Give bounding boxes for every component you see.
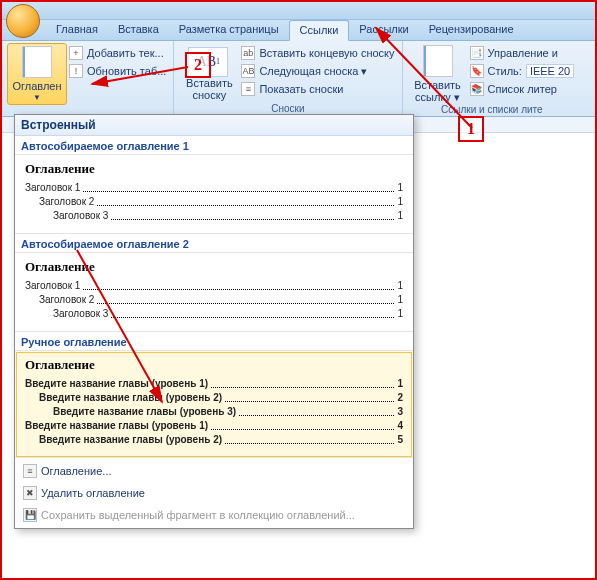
gallery-auto1-item[interactable]: Оглавление Заголовок 11 Заголовок 21 Заг… (15, 155, 413, 234)
gallery-header-builtin: Встроенный (15, 115, 413, 136)
window-titlebar (2, 2, 595, 20)
toc-entry: Заголовок 2 (39, 195, 94, 209)
ribbon: Оглавлен ▼ + Добавить тек... ! Обновить … (2, 41, 595, 117)
toc-entry: Введите название главы (уровень 1) (25, 419, 208, 433)
add-text-label: Добавить тек... (87, 47, 164, 59)
show-notes-icon: ≡ (241, 82, 255, 96)
toc-entry: Заголовок 1 (25, 279, 80, 293)
group-citations: Вставить ссылку ▾ 📑 Управление и 🔖 Стиль… (403, 41, 582, 116)
toc-entry: Введите название главы (уровень 2) (39, 391, 222, 405)
insert-footnote-label: Вставить сноску (186, 77, 233, 101)
office-button[interactable] (6, 4, 40, 38)
save-selection-icon: 💾 (23, 508, 37, 522)
gallery-manual-title: Ручное оглавление (15, 332, 413, 351)
toc-dialog-icon: ≡ (23, 464, 37, 478)
style-label: Стиль: (488, 65, 522, 77)
toc-entry: Введите название главы (уровень 1) (25, 377, 208, 391)
toc-entry: Заголовок 2 (39, 293, 94, 307)
remove-toc-label: Удалить оглавление (41, 487, 145, 499)
chevron-down-icon: ▼ (33, 92, 41, 104)
remove-icon: ✖ (23, 486, 37, 500)
gallery-manual-item[interactable]: Оглавление Введите название главы (урове… (15, 351, 413, 458)
preview-title: Оглавление (25, 357, 403, 373)
refresh-icon: ! (69, 64, 83, 78)
remove-toc-button[interactable]: ✖ Удалить оглавление (15, 482, 413, 504)
next-footnote-icon: AB (241, 64, 255, 78)
toc-entry: Введите название главы (уровень 3) (53, 405, 236, 419)
show-notes-label: Показать сноски (259, 83, 343, 95)
update-label: Обновить таб... (87, 65, 166, 77)
toc-entry: Заголовок 1 (25, 181, 80, 195)
toc-label: Оглавлен (12, 80, 61, 92)
tab-insert[interactable]: Вставка (108, 20, 169, 40)
tab-review[interactable]: Рецензирование (419, 20, 524, 40)
insert-custom-toc-label: Оглавление... (41, 465, 112, 477)
citation-style-dropdown[interactable]: 🔖 Стиль: IEEE 20 (468, 63, 577, 79)
update-table-button[interactable]: ! Обновить таб... (67, 63, 168, 79)
preview-title: Оглавление (25, 161, 403, 177)
tab-references[interactable]: Ссылки (289, 20, 350, 41)
toc-button[interactable]: Оглавлен ▼ (7, 43, 67, 105)
annotation-box-2: 2 (185, 52, 211, 78)
bibliography-button[interactable]: 📚 Список литер (468, 81, 577, 97)
show-notes-button[interactable]: ≡ Показать сноски (239, 81, 396, 97)
next-footnote-button[interactable]: AB Следующая сноска ▾ (239, 63, 396, 79)
manage-sources-button[interactable]: 📑 Управление и (468, 45, 577, 61)
insert-citation-label: Вставить ссылку ▾ (414, 79, 461, 103)
style-value: IEEE 20 (526, 64, 574, 78)
ribbon-tabs: Главная Вставка Разметка страницы Ссылки… (2, 20, 595, 41)
style-icon: 🔖 (470, 64, 484, 78)
tab-page-layout[interactable]: Разметка страницы (169, 20, 289, 40)
insert-custom-toc-button[interactable]: ≡ Оглавление... (15, 460, 413, 482)
gallery-auto1-title: Автособираемое оглавление 1 (15, 136, 413, 155)
group-label-citations: Ссылки и списки лите (408, 103, 577, 117)
citation-icon (423, 45, 453, 77)
save-selection-button: 💾 Сохранить выделенный фрагмент в коллек… (15, 504, 413, 526)
endnote-icon: ab (241, 46, 255, 60)
manage-sources-icon: 📑 (470, 46, 484, 60)
annotation-box-1: 1 (458, 116, 484, 142)
preview-title: Оглавление (25, 259, 403, 275)
insert-endnote-label: Вставить концевую сноску (259, 47, 394, 59)
group-toc: Оглавлен ▼ + Добавить тек... ! Обновить … (2, 41, 174, 116)
tab-mailings[interactable]: Рассылки (349, 20, 418, 40)
manage-sources-label: Управление и (488, 47, 558, 59)
gallery-footer: ≡ Оглавление... ✖ Удалить оглавление 💾 С… (15, 458, 413, 528)
add-text-button[interactable]: + Добавить тек... (67, 45, 168, 61)
tab-home[interactable]: Главная (46, 20, 108, 40)
toc-entry: Заголовок 3 (53, 307, 108, 321)
insert-endnote-button[interactable]: ab Вставить концевую сноску (239, 45, 396, 61)
toc-entry: Заголовок 3 (53, 209, 108, 223)
bibliography-label: Список литер (488, 83, 557, 95)
gallery-auto2-title: Автособираемое оглавление 2 (15, 234, 413, 253)
plus-icon: + (69, 46, 83, 60)
next-footnote-label: Следующая сноска ▾ (259, 65, 367, 78)
toc-icon (22, 46, 52, 78)
gallery-auto2-item[interactable]: Оглавление Заголовок 11 Заголовок 21 Заг… (15, 253, 413, 332)
insert-citation-button[interactable]: Вставить ссылку ▾ (408, 43, 468, 103)
toc-gallery: Встроенный Автособираемое оглавление 1 О… (14, 114, 414, 529)
toc-entry: Введите название главы (уровень 2) (39, 433, 222, 447)
bibliography-icon: 📚 (470, 82, 484, 96)
save-selection-label: Сохранить выделенный фрагмент в коллекци… (41, 509, 355, 521)
